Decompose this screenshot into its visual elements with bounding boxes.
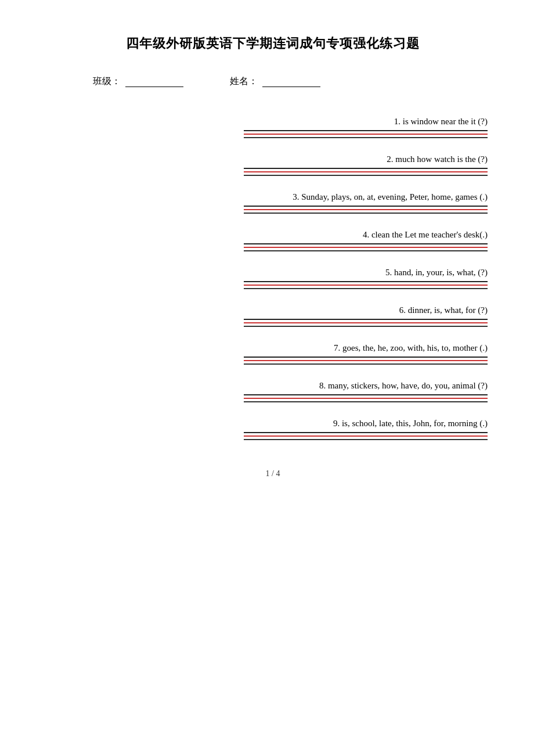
page-title: 四年级外研版英语下学期连词成句专项强化练习题 [58, 35, 488, 52]
question-text-7: 7. goes, the, he, zoo, with, his, to, mo… [334, 343, 488, 353]
answer-lines-4 [244, 243, 488, 251]
question-6: 6. dinner, is, what, for (?) [58, 305, 488, 327]
answer-lines-8 [244, 394, 488, 402]
name-label: 姓名： [230, 75, 258, 88]
answer-line-5-2[interactable] [244, 285, 488, 286]
class-label: 班级： [93, 75, 121, 88]
answer-line-9-2[interactable] [244, 435, 488, 437]
answer-line-4-2[interactable] [244, 247, 488, 248]
answer-line-6-3[interactable] [244, 326, 488, 327]
answer-line-3-3[interactable] [244, 213, 488, 214]
answer-line-1-3[interactable] [244, 137, 488, 138]
answer-line-2-3[interactable] [244, 175, 488, 176]
name-underline[interactable] [262, 77, 320, 87]
name-field: 姓名： [230, 75, 320, 88]
answer-line-6-1[interactable] [244, 319, 488, 320]
answer-lines-2 [244, 168, 488, 176]
question-text-4: 4. clean the Let me teacher's desk(.) [363, 230, 488, 240]
answer-line-7-1[interactable] [244, 357, 488, 358]
answer-lines-6 [244, 319, 488, 327]
answer-line-8-2[interactable] [244, 398, 488, 399]
question-text-1: 1. is window near the it (?) [394, 117, 488, 127]
answer-line-4-1[interactable] [244, 243, 488, 244]
answer-line-7-2[interactable] [244, 360, 488, 361]
answer-line-9-1[interactable] [244, 432, 488, 433]
question-text-5: 5. hand, in, your, is, what, (?) [385, 268, 488, 278]
question-9: 9. is, school, late, this, John, for, mo… [58, 419, 488, 440]
answer-lines-7 [244, 357, 488, 365]
answer-line-8-1[interactable] [244, 394, 488, 395]
class-field: 班级： [93, 75, 183, 88]
answer-line-7-3[interactable] [244, 363, 488, 365]
question-7: 7. goes, the, he, zoo, with, his, to, mo… [58, 343, 488, 365]
question-4: 4. clean the Let me teacher's desk(.) [58, 230, 488, 251]
answer-line-5-1[interactable] [244, 281, 488, 282]
class-underline[interactable] [125, 77, 183, 87]
answer-line-5-3[interactable] [244, 288, 488, 289]
question-3: 3. Sunday, plays, on, at, evening, Peter… [58, 192, 488, 214]
question-text-8: 8. many, stickers, how, have, do, you, a… [319, 381, 488, 391]
answer-line-1-2[interactable] [244, 134, 488, 135]
answer-line-6-2[interactable] [244, 322, 488, 323]
answer-lines-9 [244, 432, 488, 440]
answer-line-1-1[interactable] [244, 130, 488, 131]
answer-line-3-1[interactable] [244, 206, 488, 207]
answer-line-3-2[interactable] [244, 209, 488, 210]
question-1: 1. is window near the it (?) [58, 117, 488, 138]
question-2: 2. much how watch is the (?) [58, 154, 488, 176]
questions-area: 1. is window near the it (?)2. much how … [58, 117, 488, 440]
question-5: 5. hand, in, your, is, what, (?) [58, 268, 488, 289]
question-text-3: 3. Sunday, plays, on, at, evening, Peter… [293, 192, 488, 202]
question-8: 8. many, stickers, how, have, do, you, a… [58, 381, 488, 402]
answer-lines-1 [244, 130, 488, 138]
question-text-9: 9. is, school, late, this, John, for, mo… [333, 419, 488, 429]
answer-line-2-1[interactable] [244, 168, 488, 169]
page-footer: 1 / 4 [58, 469, 488, 478]
answer-lines-3 [244, 206, 488, 214]
answer-line-2-2[interactable] [244, 171, 488, 172]
page-number: 1 / 4 [266, 469, 280, 478]
student-info: 班级： 姓名： [58, 75, 488, 88]
answer-line-9-3[interactable] [244, 439, 488, 440]
answer-line-4-3[interactable] [244, 250, 488, 251]
answer-line-8-3[interactable] [244, 401, 488, 402]
answer-lines-5 [244, 281, 488, 289]
question-text-2: 2. much how watch is the (?) [387, 154, 488, 164]
question-text-6: 6. dinner, is, what, for (?) [399, 305, 488, 315]
